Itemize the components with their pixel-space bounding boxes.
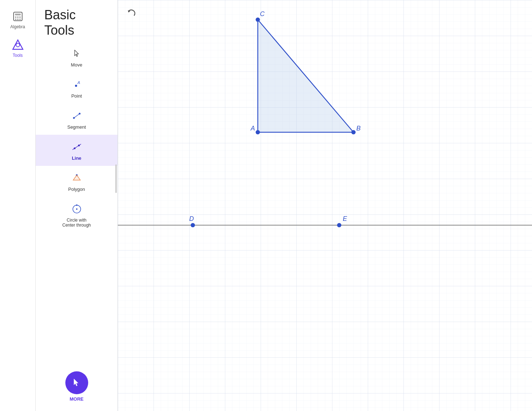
sidebar-algebra-label: Algebra xyxy=(10,24,25,29)
svg-point-21 xyxy=(76,208,77,210)
tool-point-label: Point xyxy=(71,93,82,99)
tool-polygon-label: Polygon xyxy=(68,187,85,192)
svg-rect-6 xyxy=(17,19,19,20)
calculator-icon xyxy=(11,10,24,23)
line-icon xyxy=(70,140,84,154)
svg-text:A: A xyxy=(77,80,80,85)
svg-rect-7 xyxy=(19,19,21,20)
tools-panel-title: BasicTools xyxy=(36,0,117,41)
tools-panel: BasicTools Move A Point Segment xyxy=(36,0,118,411)
move-icon xyxy=(70,46,84,61)
svg-rect-4 xyxy=(19,16,21,18)
tool-circle-label: Circle with Center through xyxy=(62,218,91,228)
polygon-icon xyxy=(70,171,84,185)
svg-line-14 xyxy=(74,114,80,118)
canvas-area[interactable]: C A B D E xyxy=(118,0,532,411)
sidebar-tools-label: Tools xyxy=(12,53,22,58)
tool-segment-label: Segment xyxy=(67,124,86,130)
svg-rect-5 xyxy=(15,19,16,20)
more-button[interactable] xyxy=(65,371,88,394)
tool-move-label: Move xyxy=(71,62,82,68)
svg-marker-19 xyxy=(73,175,80,180)
svg-point-22 xyxy=(76,204,77,206)
tool-point[interactable]: A Point xyxy=(36,73,117,104)
segment-icon xyxy=(70,109,84,123)
tool-line-label: Line xyxy=(72,155,81,161)
svg-marker-8 xyxy=(13,40,23,49)
svg-rect-1 xyxy=(15,14,21,15)
tool-line[interactable]: Line xyxy=(36,135,117,166)
tools-scrollbar[interactable] xyxy=(115,164,117,193)
svg-rect-24 xyxy=(118,0,532,411)
tool-circle[interactable]: Circle with Center through xyxy=(36,197,117,233)
circle-with-center-icon xyxy=(70,202,84,216)
grid-background xyxy=(118,0,532,411)
sidebar-item-algebra[interactable]: Algebra xyxy=(4,7,32,32)
point-icon: A xyxy=(70,78,84,92)
more-label: MORE xyxy=(70,396,84,402)
tools-icon xyxy=(11,39,24,51)
tool-segment[interactable]: Segment xyxy=(36,104,117,135)
svg-point-10 xyxy=(75,85,77,87)
sidebar-item-tools[interactable]: Tools xyxy=(4,36,32,61)
svg-line-17 xyxy=(72,144,81,150)
svg-rect-2 xyxy=(15,16,16,18)
svg-rect-3 xyxy=(17,16,19,18)
sidebar: Algebra Tools xyxy=(0,0,36,411)
svg-point-9 xyxy=(16,43,20,47)
tool-polygon[interactable]: Polygon xyxy=(36,166,117,197)
tool-move[interactable]: Move xyxy=(36,41,117,73)
undo-button[interactable] xyxy=(125,7,138,20)
